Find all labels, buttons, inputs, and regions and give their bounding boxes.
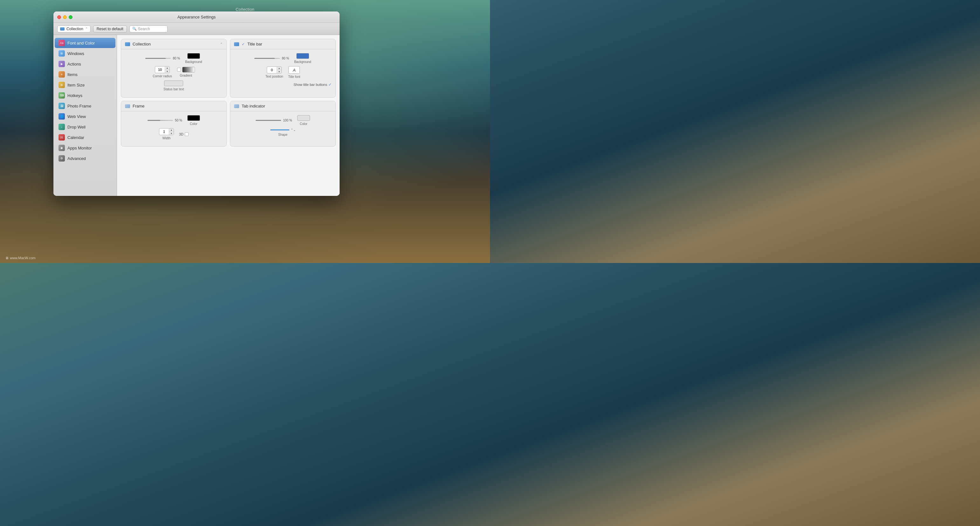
title-bar-opacity-track[interactable] [255,58,280,59]
sidebar-item-apps-monitor[interactable]: ◉ Apps Monitor [55,143,115,153]
minimize-button[interactable] [63,15,67,19]
frame-color-swatch[interactable] [187,115,200,121]
maximize-button[interactable] [69,15,73,19]
advanced-icon: ⚙ [59,155,65,161]
collection-section-header[interactable]: Collection ⌃ [121,39,226,49]
reset-to-default-button[interactable]: Reset to default [93,26,127,32]
sidebar-item-hotkeys[interactable]: ⌨ Hotkeys [55,90,115,100]
title-bar-text-position-label: Text position [266,75,283,78]
collection-gradient-swatch[interactable] [182,67,195,73]
close-button[interactable] [57,15,61,19]
sidebar-label-windows: Windows [67,51,84,56]
title-bar-card: ✓ Title bar 80 % Bac [230,39,336,98]
sidebar-item-item-size[interactable]: ⊞ Item Size [55,80,115,90]
collection-corner-up-btn[interactable]: ▲ [165,67,169,70]
sidebar-item-advanced[interactable]: ⚙ Advanced [55,153,115,163]
frame-opacity-track[interactable] [148,120,173,121]
tab-indicator-card: Tab indicator 100 % Color [230,101,336,147]
sidebar-item-calendar[interactable]: 31 Calendar [55,132,115,142]
sidebar-item-actions[interactable]: ▶ Actions [55,59,115,69]
frame-spinner-buttons[interactable]: ▲ ▼ [169,129,173,135]
sidebar-label-web-view: Web View [67,114,86,119]
tab-indicator-section-header[interactable]: Tab indicator [230,101,336,111]
frame-width-spinner[interactable]: 1 ▲ ▼ [159,128,174,135]
toolbar: Collection ⌃ Reset to default 🔍 Search [53,23,340,35]
collection-corner-radius-spinner[interactable]: 10 ▲ ▼ [155,66,170,73]
frame-section-icon [125,104,130,108]
collection-opacity-row: 80 % Background [125,53,223,64]
frame-section-title: Frame [133,104,223,108]
collection-gradient-group: Gradient [177,67,195,77]
title-bar-text-position-group: 0 ▲ ▼ Text position [266,67,283,78]
sidebar-item-web-view[interactable]: 🌐 Web View [55,111,115,121]
collection-opacity-track[interactable] [145,58,171,59]
frame-3d-group: 3D [179,132,189,136]
frame-opacity-row: 50 % Color [125,115,223,126]
sidebar-label-drop-well: Drop Well [67,125,86,129]
title-bar-spinner-buttons[interactable]: ▲ ▼ [277,67,282,73]
sidebar-label-calendar: Calendar [67,135,84,140]
content-area: Aa Font and Color ⊞ Windows ▶ Actions ≡ [53,35,340,196]
frame-width-down-btn[interactable]: ▼ [169,132,173,135]
title-bar-pos-up-btn[interactable]: ▲ [277,67,282,70]
title-bar-section-header[interactable]: ✓ Title bar [230,39,336,49]
title-bar-pos-down-btn[interactable]: ▼ [277,70,282,73]
tab-shape-label: Shape [278,133,288,136]
collection-background-swatch[interactable] [187,53,200,59]
collection-background-label: Background [185,60,202,64]
tab-indicator-section-icon [234,104,239,108]
title-bar-text-position-value: 0 [267,67,277,73]
sidebar-label-photo-frame: Photo Frame [67,104,91,108]
collection-opacity-slider-container: 80 % [145,57,180,60]
window-title: Collection [235,7,255,12]
tab-color-swatch[interactable] [297,115,310,121]
collection-status-bar-group: Status bar text [164,80,184,91]
title-bar-text-position-spinner[interactable]: 0 ▲ ▼ [267,67,282,73]
search-icon: 🔍 [132,27,137,31]
tab-color-label: Color [300,122,307,126]
window-title-bar: Collection [235,7,255,12]
frame-width-row: 1 ▲ ▼ Width 3D [125,128,223,140]
frame-color-label: Color [190,122,197,126]
watermark-text: www.MacW.com [10,256,36,260]
hotkeys-icon: ⌨ [59,92,65,99]
frame-section-header[interactable]: Frame [121,101,226,111]
tab-shape-group: ⌃⌄ Shape [270,128,296,136]
collection-corner-spinner-buttons[interactable]: ▲ ▼ [165,67,169,73]
collection-gradient-checkbox[interactable] [177,68,181,72]
title-bar-controls-row: 0 ▲ ▼ Text position A [234,66,332,78]
sidebar-label-font-and-color: Font and Color [67,41,95,45]
collection-corner-down-btn[interactable]: ▼ [165,70,169,73]
collection-dropdown-label: Collection [67,27,83,31]
sidebar-label-advanced: Advanced [67,156,86,161]
show-title-bar-check[interactable]: ✓ [328,82,332,87]
title-bar-font-group: A Title font [288,66,300,78]
sidebar-item-font-and-color[interactable]: Aa Font and Color [55,38,115,48]
web-view-icon: 🌐 [59,113,65,120]
collection-dropdown[interactable]: Collection ⌃ [57,26,91,32]
sidebar-item-items[interactable]: ≡ Items [55,69,115,80]
search-field[interactable]: 🔍 Search [129,26,167,32]
frame-opacity-fill [148,120,160,121]
title-bar-font-button[interactable]: A [288,66,300,74]
sidebar-item-drop-well[interactable]: ↓ Drop Well [55,122,115,132]
collection-status-bar-swatch[interactable] [164,80,183,86]
frame-width-group: 1 ▲ ▼ Width [159,128,174,140]
frame-3d-checkbox[interactable] [185,132,189,136]
title-bar-background-swatch[interactable] [296,53,309,59]
collection-corner-gradient-row: 10 ▲ ▼ Corner radius [125,66,223,78]
collection-gradient-label: Gradient [180,74,192,77]
frame-width-up-btn[interactable]: ▲ [169,129,173,132]
tab-shape-slider[interactable] [270,129,290,131]
tab-color-group: Color [297,115,310,126]
sidebar-item-photo-frame[interactable]: 🖼 Photo Frame [55,101,115,111]
collection-status-bar-row: Status bar text [125,80,223,91]
title-bar-section-icon [234,42,239,46]
calendar-icon: 31 [59,134,65,140]
tab-opacity-track[interactable] [256,120,281,121]
chevron-up-down-icon: ⌃ [85,27,88,30]
sidebar-item-windows[interactable]: ⊞ Windows [55,48,115,59]
traffic-lights [57,15,73,19]
title-bar-opacity-row: 80 % Background [234,53,332,64]
app-title: Appearance Settings [177,14,216,19]
